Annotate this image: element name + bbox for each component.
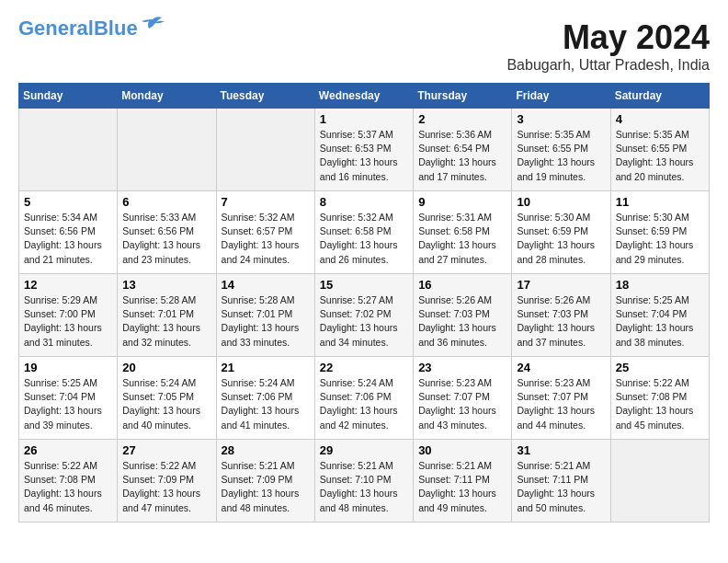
calendar-cell: 14Sunrise: 5:28 AMSunset: 7:01 PMDayligh… [216, 274, 314, 357]
weekday-header-row: SundayMondayTuesdayWednesdayThursdayFrid… [19, 84, 710, 109]
day-number: 18 [616, 278, 704, 292]
title-block: May 2024 Babugarh, Uttar Pradesh, India [506, 18, 710, 74]
weekday-header-monday: Monday [118, 84, 216, 109]
calendar-cell: 24Sunrise: 5:23 AMSunset: 7:07 PMDayligh… [512, 357, 610, 440]
day-number: 30 [418, 443, 506, 457]
calendar-cell: 10Sunrise: 5:30 AMSunset: 6:59 PMDayligh… [512, 191, 610, 274]
calendar-cell: 28Sunrise: 5:21 AMSunset: 7:09 PMDayligh… [216, 440, 314, 523]
weekday-header-saturday: Saturday [610, 84, 709, 109]
calendar-cell [610, 440, 709, 523]
day-number: 3 [517, 112, 605, 126]
calendar-cell: 11Sunrise: 5:30 AMSunset: 6:59 PMDayligh… [610, 191, 709, 274]
day-number: 6 [122, 195, 210, 209]
calendar-cell: 27Sunrise: 5:22 AMSunset: 7:09 PMDayligh… [118, 440, 216, 523]
day-info: Sunrise: 5:24 AMSunset: 7:05 PMDaylight:… [122, 376, 210, 432]
day-number: 5 [24, 195, 112, 209]
calendar-week-row: 26Sunrise: 5:22 AMSunset: 7:08 PMDayligh… [19, 440, 710, 523]
day-number: 31 [517, 443, 605, 457]
logo-text: GeneralBlue [18, 18, 138, 39]
day-info: Sunrise: 5:21 AMSunset: 7:11 PMDaylight:… [517, 459, 605, 515]
day-number: 26 [24, 443, 112, 457]
calendar-cell: 7Sunrise: 5:32 AMSunset: 6:57 PMDaylight… [216, 191, 314, 274]
day-number: 8 [320, 195, 408, 209]
day-number: 1 [320, 112, 408, 126]
day-number: 27 [122, 443, 210, 457]
day-info: Sunrise: 5:34 AMSunset: 6:56 PMDaylight:… [24, 211, 112, 267]
day-number: 19 [24, 361, 112, 374]
calendar-cell [19, 109, 118, 191]
calendar-table: SundayMondayTuesdayWednesdayThursdayFrid… [18, 83, 710, 523]
calendar-cell: 16Sunrise: 5:26 AMSunset: 7:03 PMDayligh… [414, 274, 512, 357]
day-info: Sunrise: 5:31 AMSunset: 6:58 PMDaylight:… [418, 211, 506, 267]
day-number: 23 [418, 361, 506, 374]
page-header: GeneralBlue May 2024 Babugarh, Uttar Pra… [18, 18, 710, 74]
day-info: Sunrise: 5:37 AMSunset: 6:53 PMDaylight:… [320, 128, 408, 184]
day-info: Sunrise: 5:30 AMSunset: 6:59 PMDaylight:… [616, 211, 704, 267]
day-info: Sunrise: 5:22 AMSunset: 7:08 PMDaylight:… [24, 459, 112, 515]
location-subtitle: Babugarh, Uttar Pradesh, India [506, 57, 710, 74]
day-number: 7 [222, 195, 310, 209]
day-info: Sunrise: 5:24 AMSunset: 7:06 PMDaylight:… [222, 376, 310, 432]
day-info: Sunrise: 5:32 AMSunset: 6:57 PMDaylight:… [222, 211, 310, 267]
calendar-cell: 17Sunrise: 5:26 AMSunset: 7:03 PMDayligh… [512, 274, 610, 357]
calendar-week-row: 12Sunrise: 5:29 AMSunset: 7:00 PMDayligh… [19, 274, 710, 357]
calendar-cell: 8Sunrise: 5:32 AMSunset: 6:58 PMDaylight… [314, 191, 413, 274]
calendar-week-row: 19Sunrise: 5:25 AMSunset: 7:04 PMDayligh… [19, 357, 710, 440]
day-info: Sunrise: 5:30 AMSunset: 6:59 PMDaylight:… [517, 211, 605, 267]
day-number: 20 [122, 361, 210, 374]
calendar-cell: 31Sunrise: 5:21 AMSunset: 7:11 PMDayligh… [512, 440, 610, 523]
calendar-cell: 13Sunrise: 5:28 AMSunset: 7:01 PMDayligh… [118, 274, 216, 357]
logo-bird-icon [140, 16, 165, 32]
day-info: Sunrise: 5:32 AMSunset: 6:58 PMDaylight:… [320, 211, 408, 267]
day-info: Sunrise: 5:25 AMSunset: 7:04 PMDaylight:… [24, 376, 112, 432]
calendar-cell: 18Sunrise: 5:25 AMSunset: 7:04 PMDayligh… [610, 274, 709, 357]
calendar-week-row: 1Sunrise: 5:37 AMSunset: 6:53 PMDaylight… [19, 109, 710, 191]
day-info: Sunrise: 5:27 AMSunset: 7:02 PMDaylight:… [320, 293, 408, 350]
day-number: 12 [24, 278, 112, 292]
day-info: Sunrise: 5:25 AMSunset: 7:04 PMDaylight:… [616, 293, 704, 350]
calendar-cell: 1Sunrise: 5:37 AMSunset: 6:53 PMDaylight… [314, 109, 413, 191]
weekday-header-tuesday: Tuesday [216, 84, 314, 109]
day-info: Sunrise: 5:23 AMSunset: 7:07 PMDaylight:… [418, 376, 506, 432]
calendar-cell: 6Sunrise: 5:33 AMSunset: 6:56 PMDaylight… [118, 191, 216, 274]
calendar-cell [216, 109, 314, 191]
day-number: 13 [122, 278, 210, 292]
day-info: Sunrise: 5:21 AMSunset: 7:10 PMDaylight:… [320, 459, 408, 515]
calendar-cell [118, 109, 216, 191]
day-number: 22 [320, 361, 408, 374]
day-info: Sunrise: 5:35 AMSunset: 6:55 PMDaylight:… [517, 128, 605, 184]
day-info: Sunrise: 5:26 AMSunset: 7:03 PMDaylight:… [517, 293, 605, 350]
calendar-cell: 3Sunrise: 5:35 AMSunset: 6:55 PMDaylight… [512, 109, 610, 191]
day-number: 28 [222, 443, 310, 457]
calendar-cell: 23Sunrise: 5:23 AMSunset: 7:07 PMDayligh… [414, 357, 512, 440]
day-number: 25 [616, 361, 704, 374]
day-number: 29 [320, 443, 408, 457]
day-number: 10 [517, 195, 605, 209]
calendar-cell: 9Sunrise: 5:31 AMSunset: 6:58 PMDaylight… [414, 191, 512, 274]
calendar-cell: 22Sunrise: 5:24 AMSunset: 7:06 PMDayligh… [314, 357, 413, 440]
day-info: Sunrise: 5:24 AMSunset: 7:06 PMDaylight:… [320, 376, 408, 432]
calendar-cell: 15Sunrise: 5:27 AMSunset: 7:02 PMDayligh… [314, 274, 413, 357]
calendar-cell: 2Sunrise: 5:36 AMSunset: 6:54 PMDaylight… [414, 109, 512, 191]
calendar-cell: 29Sunrise: 5:21 AMSunset: 7:10 PMDayligh… [314, 440, 413, 523]
day-number: 9 [418, 195, 506, 209]
calendar-cell: 20Sunrise: 5:24 AMSunset: 7:05 PMDayligh… [118, 357, 216, 440]
day-info: Sunrise: 5:22 AMSunset: 7:08 PMDaylight:… [616, 376, 704, 432]
calendar-cell: 30Sunrise: 5:21 AMSunset: 7:11 PMDayligh… [414, 440, 512, 523]
day-info: Sunrise: 5:23 AMSunset: 7:07 PMDaylight:… [517, 376, 605, 432]
weekday-header-friday: Friday [512, 84, 610, 109]
day-info: Sunrise: 5:35 AMSunset: 6:55 PMDaylight:… [616, 128, 704, 184]
day-info: Sunrise: 5:21 AMSunset: 7:09 PMDaylight:… [222, 459, 310, 515]
day-number: 21 [222, 361, 310, 374]
day-number: 24 [517, 361, 605, 374]
logo: GeneralBlue [18, 18, 165, 39]
weekday-header-wednesday: Wednesday [314, 84, 413, 109]
day-info: Sunrise: 5:28 AMSunset: 7:01 PMDaylight:… [222, 293, 310, 350]
month-year-title: May 2024 [506, 18, 710, 57]
day-number: 2 [418, 112, 506, 126]
calendar-cell: 5Sunrise: 5:34 AMSunset: 6:56 PMDaylight… [19, 191, 118, 274]
day-info: Sunrise: 5:29 AMSunset: 7:00 PMDaylight:… [24, 293, 112, 350]
calendar-cell: 26Sunrise: 5:22 AMSunset: 7:08 PMDayligh… [19, 440, 118, 523]
weekday-header-sunday: Sunday [19, 84, 118, 109]
day-number: 16 [418, 278, 506, 292]
